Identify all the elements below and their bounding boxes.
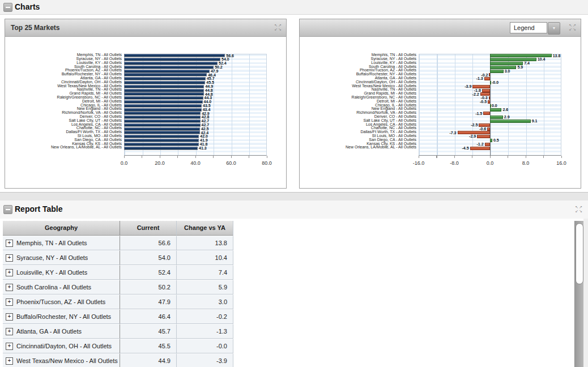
col-header-current[interactable]: Current: [120, 221, 177, 236]
chart-bar[interactable]: [124, 81, 205, 84]
expand-panel-icon[interactable]: ↖↗↙↘: [274, 23, 283, 32]
table-row[interactable]: +Phoenix/Tucson, AZ - All Outlets47.93.0: [3, 295, 233, 309]
chart-bar[interactable]: [477, 135, 490, 138]
axis-tick-label: 8.0: [522, 160, 530, 166]
chart-bar[interactable]: [485, 143, 490, 146]
chart-bar[interactable]: [124, 135, 199, 138]
geography-cell: West Texas/New Mexico - All Outlets: [16, 354, 118, 367]
legend-dropdown[interactable]: Legend ▼: [510, 22, 560, 33]
chart-bar[interactable]: [124, 54, 225, 57]
current-cell: 46.4: [120, 309, 177, 324]
chart-bar[interactable]: [124, 123, 201, 127]
scrollbar-thumb[interactable]: [576, 223, 583, 284]
change-chart-area: Memphis, TN - All Outlets13.8Syracuse, N…: [300, 37, 581, 187]
expand-panel-icon[interactable]: ↖↗↙↘: [568, 23, 577, 32]
bar-value-label: -2.2: [472, 92, 479, 96]
chart-bar[interactable]: [124, 127, 200, 131]
chart-bar[interactable]: [124, 77, 206, 80]
table-row[interactable]: +West Texas/New Mexico - All Outlets44.9…: [3, 353, 233, 367]
chart-bar[interactable]: [483, 112, 490, 115]
chart-bar[interactable]: [124, 66, 214, 69]
chart-bar[interactable]: [489, 73, 490, 76]
legend-dropdown-value[interactable]: Legend: [510, 22, 547, 33]
chart-bar[interactable]: [124, 96, 203, 100]
geography-cell: Cincinnati/Dayton, OH - All Outlets: [16, 339, 112, 353]
table-row[interactable]: +Syracuse, NY - All Outlets54.010.4: [3, 250, 233, 265]
chart-bar[interactable]: [124, 62, 218, 65]
row-expand-icon[interactable]: +: [6, 254, 13, 262]
chart-bar[interactable]: [124, 139, 199, 142]
top25-panel-header: Top 25 Markets ↖↗↙↘: [5, 19, 286, 37]
table-row[interactable]: +Cincinnati/Dayton, OH - All Outlets45.5…: [3, 339, 233, 353]
collapse-report-icon[interactable]: [3, 205, 12, 214]
bar-value-label: -1.5: [475, 112, 482, 116]
chart-bar[interactable]: [124, 73, 207, 76]
col-header-geography[interactable]: Geography: [3, 221, 120, 236]
chart-bar[interactable]: [488, 100, 490, 104]
chart-bar[interactable]: [124, 92, 204, 96]
row-expand-icon[interactable]: +: [6, 328, 13, 335]
chart-bar[interactable]: [490, 104, 491, 108]
geography-cell: Syracuse, NY - All Outlets: [16, 251, 88, 265]
change-cell: -3.9: [177, 353, 233, 367]
row-expand-icon[interactable]: +: [6, 284, 13, 291]
chart-bar[interactable]: [490, 81, 491, 84]
chart-bar[interactable]: [124, 104, 202, 108]
expand-report-icon[interactable]: ↖↗↙↘: [574, 205, 583, 214]
chart-bar[interactable]: [124, 147, 198, 150]
bar-value-label: 2.6: [502, 108, 508, 112]
row-expand-icon[interactable]: +: [6, 313, 13, 321]
bar-value-label: 0.5: [493, 138, 499, 142]
table-row[interactable]: +South Carolina - All Outlets50.25.9: [3, 280, 233, 295]
dropdown-arrow-icon[interactable]: ▼: [548, 22, 560, 35]
row-expand-icon[interactable]: +: [6, 298, 13, 306]
table-row[interactable]: +Buffalo/Rochester, NY - All Outlets46.4…: [3, 309, 233, 324]
chart-bar[interactable]: [124, 70, 210, 73]
chart-bar[interactable]: [124, 108, 202, 112]
vertical-scrollbar[interactable]: [574, 221, 583, 367]
chart-bar[interactable]: [124, 131, 200, 134]
chart-bar[interactable]: [124, 112, 201, 115]
chart-bar[interactable]: [124, 89, 204, 92]
chart-bar[interactable]: [489, 96, 490, 100]
chart-bar[interactable]: [490, 116, 503, 119]
chart-bar[interactable]: [490, 139, 492, 142]
chart-bar[interactable]: [487, 127, 490, 131]
row-expand-icon[interactable]: +: [6, 240, 13, 247]
report-table: GeographyCurrentChange vs YA+Memphis, TN…: [3, 221, 233, 367]
chart-bar[interactable]: [482, 89, 490, 92]
col-header-change[interactable]: Change vs YA: [177, 221, 233, 236]
bar-value-label: -2.9: [469, 134, 476, 138]
chart-bar[interactable]: [124, 85, 204, 88]
section-divider: [0, 192, 588, 201]
bar-value-label: 10.4: [538, 57, 546, 61]
row-expand-icon[interactable]: +: [6, 343, 13, 350]
chart-row-label: New Orleans, LA/Mobile, AL - All Outlets: [300, 146, 416, 150]
change-cell: -0.0: [177, 339, 233, 353]
chart-bar[interactable]: [490, 120, 531, 123]
chart-bar[interactable]: [124, 58, 220, 61]
table-row[interactable]: +Louisville, KY - All Outlets52.47.4: [3, 265, 233, 280]
chart-bar[interactable]: [124, 116, 201, 119]
table-row[interactable]: +Memphis, TN - All Outlets56.613.8: [3, 236, 233, 250]
chart-bar[interactable]: [490, 108, 501, 112]
change-cell: -0.2: [177, 309, 233, 324]
chart-bar[interactable]: [484, 77, 490, 80]
bar-value-label: -4.5: [462, 146, 469, 150]
bar-value-label: 5.9: [517, 65, 523, 69]
current-cell: 50.2: [120, 280, 177, 295]
chart-bar[interactable]: [470, 147, 490, 150]
chart-bar[interactable]: [490, 70, 504, 73]
bar-value-label: 13.8: [553, 54, 561, 58]
table-row[interactable]: +Atlanta, GA - All Outlets45.7-1.3: [3, 324, 233, 339]
bar-value-label: 2.9: [504, 115, 510, 119]
row-expand-icon[interactable]: +: [6, 269, 13, 276]
chart-bar[interactable]: [490, 66, 516, 69]
chart-bar[interactable]: [124, 120, 201, 123]
bar-value-label: 7.4: [524, 61, 530, 65]
charts-section-header: Charts: [0, 0, 588, 15]
chart-bar[interactable]: [124, 100, 203, 104]
row-expand-icon[interactable]: +: [6, 357, 13, 365]
collapse-charts-icon[interactable]: [3, 3, 12, 12]
chart-bar[interactable]: [124, 143, 199, 146]
